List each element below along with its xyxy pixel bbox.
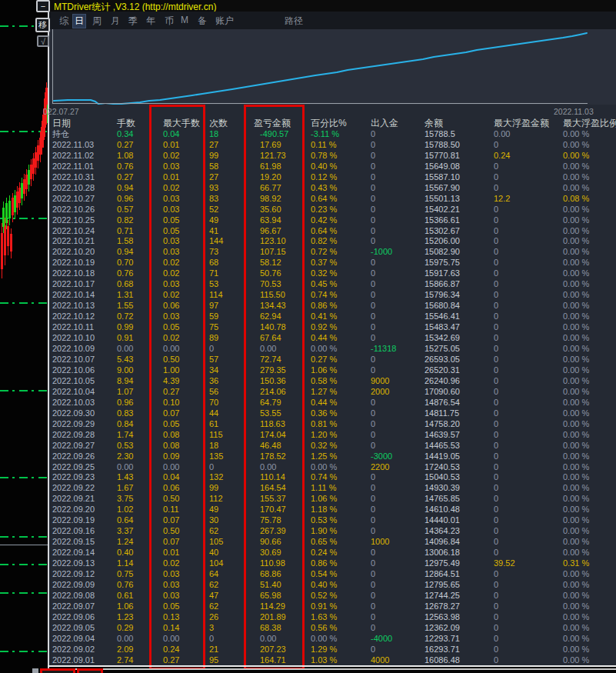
table-row[interactable]: 2022.09.281.740.08115174.041.20 %014639.…	[48, 430, 616, 441]
cell-7: 14465.53	[425, 441, 492, 451]
annotation-box-max-lots-column	[149, 105, 205, 670]
cell-9: 0.00 %	[563, 162, 615, 172]
table-row[interactable]: 2022.09.012.740.2795164.711.03 %40001608…	[48, 655, 616, 666]
cell-0: 2022.09.01	[52, 655, 117, 666]
table-row[interactable]: 2022.09.231.430.04132110.140.74 %015040.…	[48, 472, 616, 483]
table-row[interactable]: 2022.10.110.990.0575140.780.92 %015483.4…	[48, 322, 616, 333]
table-row[interactable]: 2022.09.022.090.2421207.231.29 %016293.7…	[48, 645, 616, 655]
table-row[interactable]: 2022.10.270.960.038398.920.64 %015501.13…	[48, 194, 616, 205]
table-row[interactable]: 2022.10.250.820.054963.940.42 %015366.61…	[48, 215, 616, 226]
table-row[interactable]: 2022.10.240.710.054196.670.64 %015302.67…	[48, 226, 616, 237]
cell-0: 持仓	[52, 129, 117, 140]
table-row[interactable]: 2022.10.170.680.035370.530.45 %015866.87…	[48, 279, 616, 290]
cell-9: 0.00 %	[563, 580, 615, 591]
cell-9: 0.00 %	[563, 301, 615, 312]
table-row[interactable]: 2022.10.141.310.02114115.500.74 %015796.…	[48, 290, 616, 301]
table-row[interactable]: 2022.09.221.670.0699164.541.11 %014930.3…	[48, 483, 616, 494]
green-dash-gridline	[0, 390, 48, 391]
table-row[interactable]: 2022.10.200.940.0373107.150.72 %-1000150…	[48, 247, 616, 258]
cell-7: 15567.90	[425, 183, 492, 194]
table-row[interactable]: 2022.10.280.940.029366.770.43 %015567.90…	[48, 183, 616, 194]
cell-8: 0	[494, 312, 561, 322]
table-row[interactable]: 2022.09.270.530.081846.480.32 %014465.53…	[48, 441, 616, 451]
tab-7[interactable]: 币	[163, 14, 175, 28]
tab-1[interactable]: 综	[58, 14, 70, 28]
cell-9: 0.00 %	[563, 655, 615, 666]
table-row[interactable]: 2022.10.120.720.035962.940.41 %015546.41…	[48, 312, 616, 322]
minimize-button[interactable]: −	[36, 0, 50, 12]
tab-9[interactable]: 备	[196, 14, 208, 28]
cell-0: 2022.09.12	[52, 569, 117, 580]
table-row[interactable]: 2022.09.213.750.50112155.371.06 %014765.…	[48, 494, 616, 505]
check-button[interactable]: √	[37, 35, 49, 47]
table-row[interactable]: 2022.09.080.610.034765.980.52 %012744.25…	[48, 591, 616, 601]
table-row[interactable]: 2022.10.211.580.03144123.100.82 %015206.…	[48, 236, 616, 247]
tab-3[interactable]: 周	[91, 14, 103, 28]
table-row[interactable]: 2022.09.131.140.02104110.980.86 %012975.…	[48, 558, 616, 569]
cell-5: 0.86 %	[311, 558, 368, 569]
table-row[interactable]: 2022.09.262.300.09135178.521.25 %-300014…	[48, 451, 616, 462]
tab-2[interactable]: 日	[72, 14, 86, 28]
cell-8: 0	[494, 612, 561, 623]
equity-curve	[49, 29, 616, 105]
table-row[interactable]: 2022.09.040.000.0000.000.00 %-400012293.…	[48, 634, 616, 645]
table-row[interactable]: 2022.09.290.840.0561118.630.81 %014758.2…	[48, 419, 616, 430]
table-row[interactable]: 2022.09.061.230.1326201.891.63 %012563.9…	[48, 612, 616, 623]
table-row[interactable]: 2022.10.075.430.505772.740.27 %026593.05…	[48, 355, 616, 365]
cell-5: 0.11 %	[311, 140, 368, 151]
table-row[interactable]: 2022.10.069.001.0034279.351.06 %026520.3…	[48, 365, 616, 376]
cell-5: 0.37 %	[311, 258, 368, 268]
table-row[interactable]: 2022.10.260.570.035235.600.23 %015402.21…	[48, 205, 616, 215]
cell-6: 0	[371, 472, 423, 483]
tab-4[interactable]: 月	[109, 14, 122, 28]
cell-7: 15342.69	[425, 333, 492, 344]
cell-5: 1.90 %	[311, 526, 368, 537]
table-row[interactable]: 2022.09.201.020.1149170.471.18 %014610.4…	[48, 505, 616, 515]
table-row[interactable]: 2022.11.021.080.0299121.730.78 %015770.8…	[48, 151, 616, 162]
tab-10[interactable]: 账户	[214, 14, 235, 28]
table-row[interactable]: 2022.09.300.830.074453.550.36 %014811.75…	[48, 408, 616, 419]
move-button[interactable]: 移	[35, 18, 50, 32]
table-row[interactable]: 2022.09.190.640.073075.780.53 %014440.01…	[48, 515, 616, 526]
table-row-open-position[interactable]: 持仓0.340.0418-490.57-3.11 %015788.50.000.…	[48, 129, 616, 140]
table-row[interactable]: 2022.10.030.960.107064.790.44 %014876.54…	[48, 398, 616, 408]
table-row[interactable]: 2022.10.180.760.027150.760.32 %015917.63…	[48, 268, 616, 279]
table-row[interactable]: 2022.09.140.400.014030.690.24 %013006.18…	[48, 548, 616, 558]
cell-9: 0.00 %	[563, 129, 615, 140]
cell-6: 0	[371, 226, 423, 237]
tab-5[interactable]: 季	[127, 14, 139, 28]
tab-6[interactable]: 年	[145, 14, 157, 28]
table-row[interactable]: 2022.10.041.070.2756214.061.27 %20001709…	[48, 387, 616, 398]
cell-5: 0.40 %	[311, 162, 368, 172]
table-row[interactable]: 2022.11.030.270.012717.690.11 %015788.50…	[48, 140, 616, 151]
table-row[interactable]: 2022.10.131.550.0697134.430.86 %015680.8…	[48, 301, 616, 312]
cell-0: 2022.09.07	[52, 601, 117, 612]
table-row[interactable]: 2022.10.190.700.026858.120.37 %015975.75…	[48, 258, 616, 268]
cell-8: 0	[494, 408, 561, 419]
table-row[interactable]: 2022.10.310.270.012719.200.12 %015587.10…	[48, 172, 616, 183]
table-row[interactable]: 2022.09.163.370.5062267.391.90 %014364.2…	[48, 526, 616, 537]
cell-7: 16293.71	[425, 645, 492, 655]
cell-9: 0.00 %	[563, 279, 615, 290]
table-row[interactable]: 2022.09.151.240.0710590.660.65 %10001409…	[48, 537, 616, 548]
table-row[interactable]: 2022.09.090.760.036251.400.40 %012795.65…	[48, 580, 616, 591]
cell-6: 9000	[371, 376, 423, 387]
table-row[interactable]: 2022.11.010.760.035861.980.40 %015649.08…	[48, 162, 616, 172]
table-row[interactable]: 2022.09.071.060.0562114.290.91 %012678.2…	[48, 601, 616, 612]
cell-9: 0.00 %	[563, 494, 615, 505]
cell-7: 14440.01	[425, 515, 492, 526]
cell-0: 2022.10.14	[52, 290, 117, 301]
tab-path[interactable]: 路径	[283, 14, 305, 28]
tab-8[interactable]: M	[179, 14, 190, 26]
cell-0: 2022.09.13	[52, 558, 117, 569]
cell-7: 15040.53	[425, 472, 492, 483]
cell-7: 17090.60	[425, 387, 492, 398]
table-row[interactable]: 2022.10.100.910.028967.640.44 %015342.69…	[48, 333, 616, 344]
table-row[interactable]: 2022.09.250.000.0000.000.00 %220017240.5…	[48, 462, 616, 473]
table-row[interactable]: 2022.09.120.750.036468.860.54 %012864.51…	[48, 569, 616, 580]
table-row[interactable]: 2022.10.058.944.3936150.360.58 %90002624…	[48, 376, 616, 387]
table-row[interactable]: 2022.09.050.290.14368.380.56 %012362.090…	[48, 623, 616, 634]
cell-5: -3.11 %	[311, 129, 368, 140]
cell-7: 12975.49	[425, 558, 492, 569]
table-row[interactable]: 2022.10.090.000.0000.000.00 %-1131815275…	[48, 344, 616, 355]
